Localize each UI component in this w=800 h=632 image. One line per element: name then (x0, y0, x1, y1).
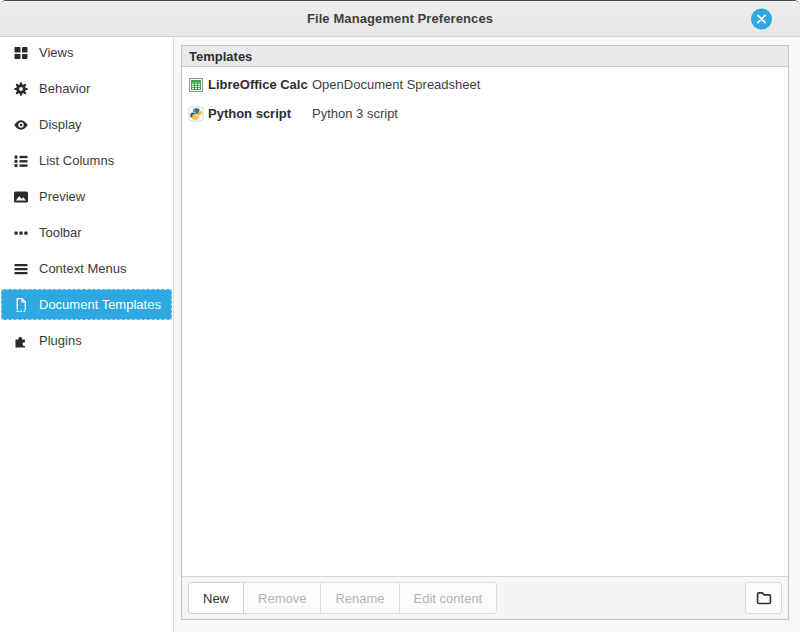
eye-icon (13, 117, 29, 133)
rename-button[interactable]: Rename (320, 582, 399, 614)
sidebar-item-behavior[interactable]: Behavior (1, 73, 172, 104)
new-button[interactable]: New (188, 582, 244, 614)
list-columns-icon (13, 153, 29, 169)
sidebar-item-label: Display (39, 117, 82, 132)
content-pane: Templates (174, 37, 800, 632)
libreoffice-calc-icon (188, 77, 204, 93)
templates-frame: Templates (181, 45, 789, 620)
sidebar-item-toolbar[interactable]: Toolbar (1, 217, 172, 248)
python-icon (188, 106, 204, 122)
templates-header: Templates (182, 46, 788, 67)
close-button[interactable] (751, 8, 772, 29)
window-body: Views Behavior (0, 37, 800, 632)
image-icon (13, 189, 29, 205)
sidebar-item-preview[interactable]: Preview (1, 181, 172, 212)
templates-actionbar: New Remove Rename Edit content (182, 576, 788, 619)
templates-list: LibreOffice Calc OpenDocument Spreadshee… (182, 67, 788, 576)
edit-content-button[interactable]: Edit content (399, 582, 498, 614)
sidebar-item-label: Plugins (39, 333, 82, 348)
close-icon (756, 13, 767, 24)
preferences-window: File Management Preferences (0, 0, 800, 632)
sidebar-item-label: Views (39, 45, 73, 60)
gear-icon (13, 81, 29, 97)
templates-header-label: Templates (189, 49, 252, 64)
sidebar-item-label: Toolbar (39, 225, 82, 240)
template-description: OpenDocument Spreadsheet (312, 77, 480, 92)
template-row-libreoffice-calc[interactable]: LibreOffice Calc OpenDocument Spreadshee… (182, 70, 788, 99)
sidebar-item-document-templates[interactable]: Document Templates (1, 289, 172, 320)
sidebar-item-plugins[interactable]: Plugins (1, 325, 172, 356)
open-templates-folder-button[interactable] (745, 582, 782, 614)
window-title: File Management Preferences (307, 11, 493, 26)
sidebar-item-display[interactable]: Display (1, 109, 172, 140)
template-name: Python script (208, 106, 312, 121)
sidebar: Views Behavior (0, 37, 174, 632)
sidebar-item-label: List Columns (39, 153, 114, 168)
template-buttons-group: New Remove Rename Edit content (188, 582, 497, 614)
titlebar: File Management Preferences (0, 1, 800, 37)
sidebar-item-label: Context Menus (39, 261, 126, 276)
template-description: Python 3 script (312, 106, 398, 121)
hamburger-icon (13, 261, 29, 277)
sidebar-item-label: Preview (39, 189, 85, 204)
sidebar-item-context-menus[interactable]: Context Menus (1, 253, 172, 284)
sidebar-item-views[interactable]: Views (1, 37, 172, 68)
remove-button[interactable]: Remove (243, 582, 321, 614)
template-row-python-script[interactable]: Python script Python 3 script (182, 99, 788, 128)
sidebar-item-label: Behavior (39, 81, 90, 96)
folder-icon (755, 589, 773, 607)
template-name: LibreOffice Calc (208, 77, 312, 92)
puzzle-icon (13, 333, 29, 349)
sidebar-item-label: Document Templates (39, 297, 161, 312)
ellipsis-icon (13, 225, 29, 241)
sidebar-item-list-columns[interactable]: List Columns (1, 145, 172, 176)
document-icon (13, 297, 29, 313)
grid-icon (13, 45, 29, 61)
